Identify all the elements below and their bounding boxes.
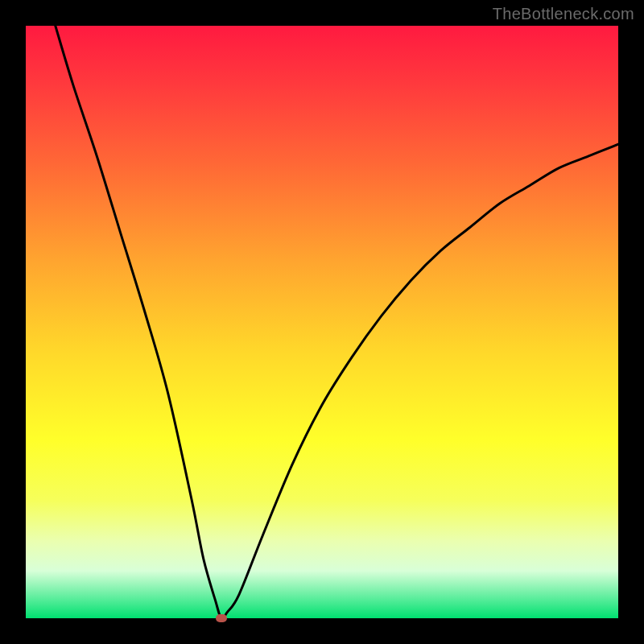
watermark-text: TheBottleneck.com <box>493 5 634 23</box>
chart-frame: TheBottleneck.com <box>0 0 644 644</box>
optimal-point-marker <box>216 614 227 622</box>
bottleneck-curve <box>26 26 618 618</box>
chart-plot-area <box>26 26 618 618</box>
